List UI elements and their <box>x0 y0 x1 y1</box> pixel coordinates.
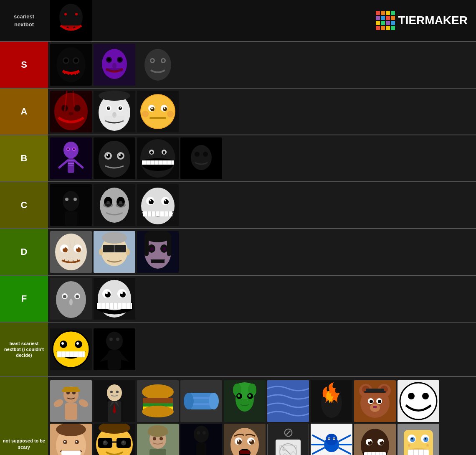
svg-point-283 <box>122 441 124 443</box>
list-item <box>94 137 135 179</box>
svg-rect-59 <box>149 117 166 119</box>
svg-rect-208 <box>65 403 77 420</box>
tier-label-f: F <box>0 276 48 322</box>
list-item <box>137 137 179 179</box>
tier-items-c <box>48 182 476 228</box>
svg-rect-214 <box>62 389 80 392</box>
svg-point-99 <box>195 152 200 157</box>
svg-rect-233 <box>193 397 210 399</box>
svg-point-21 <box>107 58 111 61</box>
svg-point-130 <box>55 234 87 270</box>
svg-point-61 <box>167 111 174 117</box>
svg-point-291 <box>160 437 163 440</box>
tier-row-least: least scariest nextbot (i couldn't decid… <box>0 323 476 377</box>
svg-point-156 <box>150 247 154 251</box>
tier-items-notsupposed <box>48 377 476 455</box>
tier-label-a: A <box>0 89 48 135</box>
svg-rect-160 <box>144 235 149 256</box>
list-item <box>50 44 92 86</box>
list-item <box>224 380 266 422</box>
svg-point-281 <box>121 440 126 445</box>
svg-point-188 <box>53 332 89 367</box>
list-item <box>137 424 179 455</box>
svg-point-79 <box>119 154 123 158</box>
svg-point-113 <box>116 203 126 208</box>
svg-point-31 <box>162 59 165 62</box>
list-item <box>94 91 135 132</box>
svg-point-81 <box>119 154 121 156</box>
list-item <box>267 380 309 422</box>
list-item <box>398 424 439 455</box>
svg-point-216 <box>107 384 122 401</box>
svg-point-282 <box>104 441 106 443</box>
tier-label-b: B <box>0 135 48 181</box>
list-item <box>354 380 396 422</box>
svg-point-125 <box>149 199 154 204</box>
svg-point-26 <box>144 49 171 81</box>
svg-point-198 <box>61 342 64 345</box>
tier-row-a: A <box>0 89 476 135</box>
svg-point-304 <box>250 440 252 442</box>
list-item <box>311 424 352 455</box>
tier-label-d: D <box>0 229 48 275</box>
svg-point-343 <box>410 437 415 442</box>
svg-point-348 <box>426 444 429 447</box>
svg-point-332 <box>380 440 382 442</box>
svg-point-185 <box>120 292 123 294</box>
list-item <box>267 424 309 455</box>
list-item <box>94 184 135 226</box>
svg-point-259 <box>373 406 377 408</box>
svg-rect-23 <box>106 68 123 71</box>
svg-point-151 <box>102 232 127 244</box>
svg-point-167 <box>76 295 79 298</box>
svg-point-127 <box>149 200 151 201</box>
tier-items-s <box>48 42 476 88</box>
svg-rect-105 <box>65 211 77 226</box>
tier-items-d <box>48 229 476 275</box>
svg-point-112 <box>103 203 113 208</box>
svg-point-314 <box>326 434 337 445</box>
svg-rect-234 <box>193 403 210 405</box>
svg-rect-289 <box>148 431 168 435</box>
tier-row-b: B <box>0 135 476 182</box>
svg-point-293 <box>194 426 209 442</box>
svg-point-301 <box>237 440 242 445</box>
svg-point-323 <box>329 438 330 440</box>
svg-point-257 <box>378 400 381 403</box>
svg-point-157 <box>163 247 166 251</box>
tier-row-f: F <box>0 276 476 323</box>
list-item <box>354 424 396 455</box>
tier-label-notsupposed: not supposed to be scary <box>0 377 48 455</box>
svg-point-228 <box>142 406 174 417</box>
svg-point-331 <box>368 440 370 442</box>
svg-point-63 <box>63 142 78 158</box>
svg-rect-261 <box>364 391 386 393</box>
svg-point-72 <box>67 148 69 150</box>
list-item <box>50 424 92 455</box>
tier-label-c: C <box>0 182 48 228</box>
list-item <box>137 91 179 132</box>
svg-point-22 <box>118 58 122 61</box>
svg-line-15 <box>75 72 76 75</box>
tiermaker-grid <box>376 11 395 30</box>
svg-point-96 <box>163 151 165 154</box>
list-item <box>94 231 135 273</box>
svg-point-204 <box>116 338 119 341</box>
list-item <box>94 44 135 86</box>
svg-rect-287 <box>149 449 166 455</box>
svg-rect-205 <box>108 350 121 370</box>
svg-point-243 <box>248 394 251 397</box>
list-item <box>50 184 92 226</box>
svg-point-73 <box>73 148 75 150</box>
svg-point-347 <box>408 444 410 447</box>
list-item <box>50 380 92 422</box>
svg-point-95 <box>150 151 153 154</box>
svg-point-264 <box>400 383 437 419</box>
tier-row-notsupposed: not supposed to be scary <box>0 377 476 455</box>
list-item <box>398 380 439 422</box>
list-item <box>94 380 135 422</box>
tier-items-f <box>48 276 476 322</box>
list-item <box>94 424 135 455</box>
tier-items-b <box>48 135 476 181</box>
svg-point-311 <box>282 448 286 451</box>
